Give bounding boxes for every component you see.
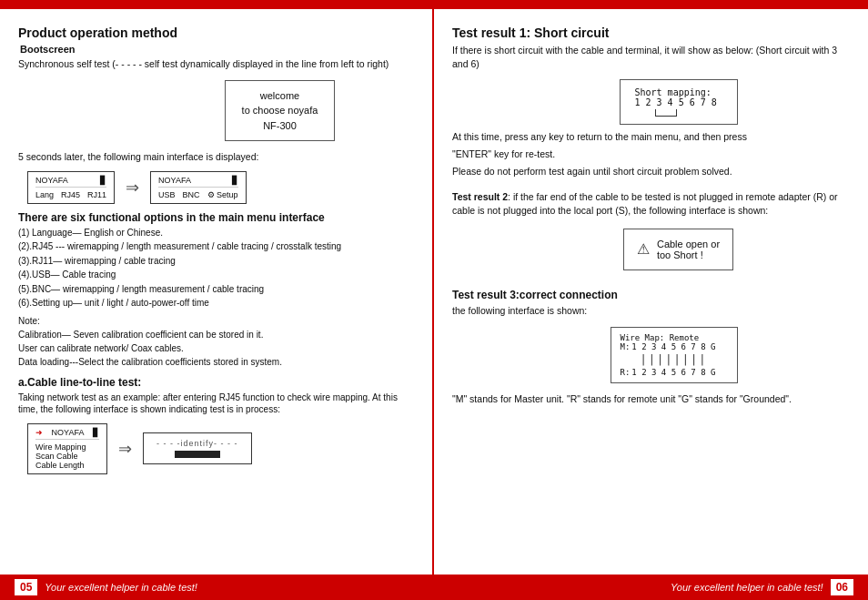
noyafa-bnc: BNC [183, 190, 200, 199]
identify-progress-bar [175, 451, 220, 458]
footer-page-right: 06 [831, 579, 853, 595]
warning-icon: ⚠ [637, 240, 650, 258]
main-content: Product operation method Bootscreen Sync… [0, 9, 868, 575]
short-mapping-line1: Short mapping: [635, 87, 722, 97]
noyafa-menu-2: USB BNC ⚙ Setup [158, 190, 238, 199]
cable-open-line1: Cable open or [657, 239, 720, 249]
scan-arrow-icon: ➜ [35, 428, 43, 437]
welcome-line3: NF-300 [242, 118, 318, 134]
short-mapping-line2: 1 2 3 4 5 6 7 8 [635, 97, 722, 107]
left-title: Product operation method [18, 25, 414, 40]
left-panel: Product operation method Bootscreen Sync… [0, 9, 434, 575]
welcome-line2: to choose noyafa [242, 103, 318, 118]
short-mapping-box: Short mapping: 1 2 3 4 5 6 7 8 [620, 79, 738, 125]
pipe-7: | [691, 353, 697, 366]
noyafa-label-2: NOYAFA [158, 176, 191, 185]
noyafa-icon-2: ▊ [232, 176, 238, 185]
scan-noyafa-label: NOYAFA [52, 428, 85, 437]
note-line-2: User can calibrate network/ Coax cables. [18, 342, 414, 355]
footer-tagline-left: Your excellent helper in cable test! [45, 582, 197, 593]
scan-noyafa-icon: ▊ [93, 428, 99, 437]
noyafa-rj45: RJ45 [61, 190, 80, 199]
test-result-2-title-block: Test result 2: if the far end of the cab… [452, 190, 850, 217]
noyafa-display-container: NOYAFA ▊ Lang RJ45 RJ11 ⇒ NOYAFA ▊ USB B… [27, 171, 414, 204]
six-option-6: (6).Setting up— unit / light / auto-powe… [18, 297, 414, 310]
note-label: Note: [18, 315, 414, 328]
six-option-5: (5).BNC— wiremapping / length measuremen… [18, 283, 414, 296]
wire-map-footnote: "M" stands for Master unit. "R" stands f… [452, 392, 850, 406]
after-desc-1: At this time, press any key to return to… [452, 130, 850, 144]
noyafa-menu-1: Lang RJ45 RJ11 [35, 190, 106, 199]
scan-display-container: ➜ NOYAFA ▊ Wire Mapping Scan Cable Cable… [27, 423, 414, 474]
six-options-section: There are six functional options in the … [18, 211, 414, 310]
test-result-3-desc: the following interface is shown: [452, 304, 850, 318]
arrow-right-2: ⇒ [118, 439, 132, 459]
wire-map-pipes: | | | | | | | | [621, 353, 728, 366]
six-option-3: (3).RJ11— wiremapping / cable tracing [18, 255, 414, 268]
welcome-line1: welcome [242, 88, 318, 104]
right-panel: Test result 1: Short circuit If there is… [434, 9, 868, 575]
arrow-right-1: ⇒ [126, 178, 139, 198]
wire-map-r-label: R: [621, 368, 631, 377]
six-options-title: There are six functional options in the … [18, 211, 414, 224]
noyafa-rj11: RJ11 [87, 190, 106, 199]
noyafa-lang: Lang [35, 190, 54, 199]
test-result-2-title: Test result 2 [452, 191, 508, 202]
six-option-1: (1) Language— English or Chinese. [18, 227, 414, 239]
noyafa-display-2: NOYAFA ▊ USB BNC ⚙ Setup [150, 171, 247, 204]
test-result-3-section: Test result 3:correct connection the fol… [452, 289, 850, 405]
cable-open-text: Cable open or too Short ! [657, 239, 720, 260]
scan-item-2: Scan Cable [35, 452, 99, 461]
wire-map-m-label: M: [621, 342, 631, 351]
wire-map-box: Wire Map: Remote M: 1 2 3 4 5 6 7 8 G | … [611, 327, 738, 383]
bootscreen-label: Bootscreen [18, 44, 414, 55]
wire-map-m-row: M: 1 2 3 4 5 6 7 8 G [621, 342, 728, 351]
scan-noyafa-display: ➜ NOYAFA ▊ Wire Mapping Scan Cable Cable… [27, 423, 107, 474]
test-result-2-suffix: : if the far end of the cable to be test… [452, 191, 838, 216]
noyafa-icon-1: ▊ [100, 176, 106, 185]
cable-test-desc: Taking network test as an example: after… [18, 392, 414, 416]
wire-map-line1: Wire Map: Remote [621, 333, 728, 342]
wire-map-r-nums: 1 2 3 4 5 6 7 8 G [631, 368, 715, 377]
noyafa-display-1: NOYAFA ▊ Lang RJ45 RJ11 [27, 171, 115, 204]
top-bar [0, 0, 868, 9]
six-option-2: (2).RJ45 --- wiremapping / length measur… [18, 240, 414, 253]
after-desc-3: Please do not perform test again until s… [452, 165, 850, 178]
bootscreen-desc2: 5 seconds later, the following main inte… [18, 150, 414, 164]
test-result-3-title: Test result 3:correct connection [452, 289, 850, 301]
test-result-2-section: Test result 2: if the far end of the cab… [452, 190, 850, 275]
pipe-2: | [649, 353, 655, 366]
scan-item-3: Cable Length [35, 461, 99, 470]
pipe-3: | [657, 353, 663, 366]
pipe-1: | [641, 353, 647, 366]
welcome-box: welcome to choose noyafa NF-300 [225, 80, 336, 142]
note-section: Note: Calibration— Seven calibration coe… [18, 315, 414, 369]
noyafa-setup: ⚙ Setup [207, 190, 238, 199]
after-desc-2: "ENTER" key for re-test. [452, 147, 850, 161]
noyafa-label-1: NOYAFA [35, 176, 68, 185]
test-result-1-section: Test result 1: Short circuit If there is… [452, 25, 850, 178]
footer-tagline-right: Your excellent helper in cable test! [671, 582, 823, 593]
identify-box: - - - -identify- - - - [143, 432, 252, 464]
dashed-line-top: - - - -identify- - - - [156, 439, 238, 448]
footer: 05 Your excellent helper in cable test! … [0, 575, 868, 600]
short-bracket [655, 109, 677, 117]
bootscreen-desc1: Synchronous self test (- - - - - self te… [18, 57, 414, 71]
wire-map-m-nums: 1 2 3 4 5 6 7 8 G [631, 342, 715, 351]
wire-map-r-row: R: 1 2 3 4 5 6 7 8 G [621, 368, 728, 377]
footer-page-left: 05 [15, 579, 37, 595]
note-line-1: Calibration— Seven calibration coefficie… [18, 329, 414, 341]
cable-open-box: ⚠ Cable open or too Short ! [623, 229, 733, 270]
note-line-3: Data loading---Select the calibration co… [18, 356, 414, 369]
test-result-1-title: Test result 1: Short circuit [452, 25, 850, 40]
cable-open-line2: too Short ! [657, 249, 720, 260]
pipe-8: | [699, 353, 705, 366]
six-option-4: (4).USB— Cable tracing [18, 269, 414, 281]
scan-item-1: Wire Mapping [35, 442, 99, 452]
noyafa-usb: USB [158, 190, 176, 199]
pipe-6: | [682, 353, 689, 366]
pipe-4: | [665, 353, 671, 366]
cable-test-title: a.Cable line-to-line test: [18, 376, 414, 389]
test-result-1-desc: If there is short circuit with the cable… [452, 44, 850, 70]
pipe-5: | [673, 353, 680, 366]
